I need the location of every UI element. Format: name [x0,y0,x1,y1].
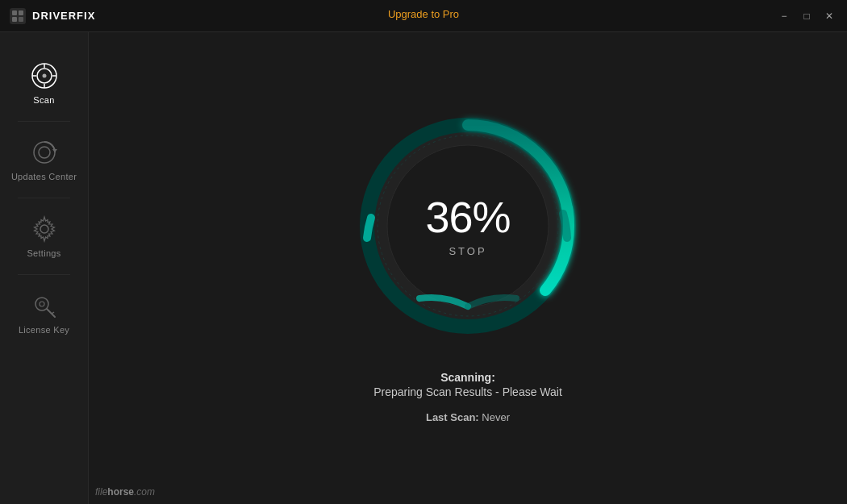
main-layout: Scan Updates Center [0,32,847,504]
license-icon [30,291,59,320]
stop-button[interactable]: STOP [425,245,510,257]
title-bar-controls: − □ ✕ [776,8,837,24]
sidebar-item-license[interactable]: License Key [0,278,88,348]
close-button[interactable]: ✕ [821,8,837,24]
app-title: DRIVERFIX [32,10,95,22]
svg-point-17 [40,302,44,306]
progress-percent: 36% [425,195,510,239]
sidebar-updates-label: Updates Center [11,172,77,181]
svg-rect-2 [19,10,23,15]
watermark: filehorse.com [95,486,155,498]
svg-point-7 [42,74,46,78]
svg-rect-3 [12,17,17,22]
sidebar-divider-3 [18,274,70,275]
scanning-detail: Preparing Scan Results - Please Wait [373,385,562,398]
sidebar-scan-label: Scan [33,95,54,105]
sidebar-divider-1 [18,121,70,122]
last-scan-value: Never [482,411,510,423]
last-scan-label: Last Scan: [426,411,479,423]
sidebar-divider-2 [18,198,70,198]
status-area: Scanning: Preparing Scan Results - Pleas… [373,371,562,423]
sidebar-license-label: License Key [19,325,69,335]
watermark-domain: .com [134,486,155,498]
scanning-title: Scanning: [373,371,562,384]
svg-rect-4 [19,17,23,22]
sidebar-item-updates[interactable]: Updates Center [0,125,88,194]
settings-icon [30,215,59,244]
minimize-button[interactable]: − [776,8,792,24]
svg-marker-14 [52,149,57,152]
updates-icon [30,138,59,167]
upgrade-link[interactable]: Upgrade to Pro [388,8,459,20]
svg-line-19 [52,312,54,314]
svg-rect-1 [12,10,17,15]
sidebar-item-scan[interactable]: Scan [0,48,88,118]
app-logo-icon [10,8,26,24]
sidebar-settings-label: Settings [27,248,60,258]
title-bar-left: DRIVERFIX [10,8,95,24]
sidebar: Scan Updates Center [0,32,89,504]
main-content: 36% STOP Scanning: Preparing Scan Result… [89,32,847,504]
watermark-site: horse [107,486,134,498]
svg-point-13 [39,147,50,158]
title-bar: DRIVERFIX Upgrade to Pro − □ ✕ [0,0,847,32]
scan-icon [30,61,59,90]
sidebar-item-settings[interactable]: Settings [0,202,88,271]
progress-text: 36% STOP [425,195,510,257]
last-scan-info: Last Scan: Never [373,411,562,423]
svg-rect-0 [10,8,26,24]
maximize-button[interactable]: □ [799,8,815,24]
progress-circle-container: 36% STOP [355,113,581,339]
svg-point-15 [40,225,48,233]
watermark-text: file [95,486,107,498]
